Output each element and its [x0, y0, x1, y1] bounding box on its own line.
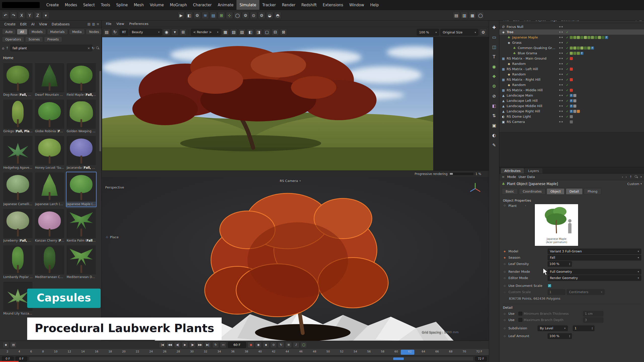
asset-plant-card[interactable]: Field Maple (Fall, Plant) [66, 62, 97, 98]
place-tool-label[interactable]: ⊹Place [106, 235, 118, 239]
texture-chip[interactable] [570, 78, 573, 81]
object-row[interactable]: ∅ Focus Null ✓ [499, 24, 644, 29]
quad-view-icon[interactable]: ▨ [238, 29, 246, 36]
render-view-menu-item[interactable]: View [114, 22, 127, 26]
texture-chip[interactable]: F [570, 94, 573, 97]
magnet-tool-icon[interactable]: ⊙ [250, 12, 257, 19]
menu-item[interactable]: Modes [62, 0, 80, 10]
asset-plant-card[interactable]: Golden Weeping Willow (Fall, Plant) [66, 99, 97, 134]
filter-chip[interactable]: Auto [2, 29, 16, 35]
enabled-check-icon[interactable]: ✓ [565, 46, 570, 50]
plant-preview-thumbnail[interactable]: Japanese Maple (Acer palmatum) [535, 204, 578, 246]
asset-menu-item[interactable]: Databases [49, 22, 72, 26]
display-mode-icon[interactable]: ◐ [490, 131, 498, 139]
object-label[interactable]: RS Matrix - Main Ground [506, 57, 546, 60]
dual-view-icon[interactable]: ▧ [230, 29, 237, 36]
menu-item[interactable]: Tracker [259, 0, 279, 10]
texture-chip[interactable] [584, 47, 587, 50]
visibility-dots[interactable] [557, 100, 565, 101]
enabled-check-icon[interactable]: ✓ [565, 104, 570, 108]
texture-chip[interactable] [587, 36, 590, 39]
panel-tab[interactable]: Layers [525, 168, 542, 173]
redo-icon[interactable]: ↷ [10, 12, 17, 19]
workplane-icon[interactable]: ◒ [266, 12, 273, 19]
menu-item[interactable]: Help [367, 0, 382, 10]
layout-standard-icon[interactable]: ▤ [453, 12, 460, 19]
asset-menu-item[interactable]: Edit [18, 22, 29, 26]
filter-chip[interactable]: Media [69, 29, 85, 35]
object-row[interactable]: ▲ Landscape Right Hill ✓ F [499, 109, 644, 114]
object-row[interactable]: ◆ Random ✓ [499, 82, 644, 87]
menu-item[interactable]: Animate [215, 0, 236, 10]
menu-item[interactable]: Window [346, 0, 367, 10]
object-row[interactable]: ◐ RS Dome Light ✓ [499, 114, 644, 119]
texture-chip[interactable] [570, 120, 573, 123]
close-region-icon[interactable]: ⊠ [280, 29, 287, 36]
up-icon[interactable]: ↑ [629, 175, 632, 179]
texture-chip[interactable] [584, 36, 587, 39]
rt-toggle[interactable]: RT [120, 29, 128, 35]
texture-chip[interactable] [570, 52, 573, 55]
timeline-ruler[interactable]: 2468101214161820222426283032343638404244… [0, 349, 489, 355]
range-mode-button[interactable]: ▭ [220, 342, 226, 348]
view-list-icon[interactable]: ▥ [92, 22, 95, 26]
visibility-dots[interactable] [557, 31, 565, 33]
enabled-check-icon[interactable]: ✓ [565, 36, 570, 39]
simulate-icon[interactable]: ≋ [202, 12, 209, 19]
object-label[interactable]: Random [511, 72, 526, 76]
object-row[interactable]: ◆ Random ✓ [499, 61, 644, 66]
object-row[interactable]: ◈ Grass ✓ [499, 40, 644, 45]
range-end-field[interactable]: 72 F [475, 356, 487, 361]
visibility-dots[interactable] [557, 84, 565, 85]
sound-toggle[interactable]: ♪ [293, 342, 299, 348]
goto-end-button[interactable]: ▶| [204, 342, 211, 348]
render-settings-button[interactable]: ⚙ [194, 12, 201, 19]
texture-chip[interactable] [573, 47, 576, 50]
asset-plant-card[interactable]: Juneberry (Fall, Plant) [3, 208, 33, 244]
clear-search-icon[interactable]: × [87, 46, 90, 50]
asset-plant-card[interactable]: Japanese Larch (Fall, Plant) [34, 172, 65, 207]
texture-chip[interactable]: F [570, 105, 573, 108]
perspective-viewport[interactable]: Perspective RS Camera▾ ⊹Place Grid Spaci… [102, 177, 489, 341]
texture-chip[interactable] [570, 115, 573, 118]
keyframe-dot-icon[interactable]: ◇ [502, 319, 507, 321]
menu-item[interactable]: Redshift [298, 0, 320, 10]
texture-chip[interactable] [577, 52, 580, 55]
up-folder-icon[interactable]: ↑ [6, 46, 9, 50]
object-row[interactable]: ▣ RS Camera ✓ [499, 119, 644, 124]
object-label[interactable]: Blue Grama [517, 51, 537, 55]
season-select[interactable]: Fall▾ [548, 255, 641, 260]
render-view-menu-item[interactable]: File [104, 22, 114, 26]
spinner-icon[interactable]: ▴▾ [569, 262, 570, 265]
next-key-button[interactable]: ▶▶ [197, 342, 203, 348]
axis-menu-icon[interactable]: ▾ [42, 12, 49, 19]
texture-chip[interactable] [573, 110, 576, 113]
x-axis-lock-button[interactable]: X [18, 12, 25, 19]
menu-item[interactable]: Spline [113, 0, 131, 10]
object-label[interactable]: Random [511, 83, 526, 87]
texture-chip[interactable]: F [605, 36, 608, 39]
modeling-settings-icon[interactable]: ⚙ [242, 12, 249, 19]
play-button[interactable]: ▶ [182, 342, 188, 348]
prev-key-button[interactable]: ◀◀ [167, 342, 173, 348]
section-tab[interactable]: Phong [584, 188, 601, 195]
visibility-dots[interactable] [557, 26, 565, 27]
object-label[interactable]: RS Matrix - Middle Hill [506, 88, 543, 92]
menu-item[interactable]: Volume [147, 0, 167, 10]
asset-plant-card[interactable]: Dog-Rose (Fall, Plant) [3, 62, 33, 98]
history-icon[interactable]: ↻ [111, 29, 118, 36]
axis-swap-icon[interactable]: ⇅ [490, 112, 498, 119]
visibility-dots[interactable] [557, 58, 565, 59]
object-row[interactable]: ♣ Japanese Maple ✓ F [499, 35, 644, 40]
view-grid-icon[interactable]: ▤ [88, 22, 91, 26]
visibility-dots[interactable] [557, 37, 565, 38]
texture-chip[interactable] [573, 36, 576, 39]
keyframe-dot-icon[interactable]: ◇ [502, 335, 507, 337]
scope-chip[interactable]: Scenes [25, 36, 43, 42]
section-tab[interactable]: Detail [566, 188, 583, 195]
axis-gizmo[interactable] [468, 182, 482, 196]
current-frame-field[interactable]: 60 F [228, 342, 246, 348]
hamburger-icon[interactable]: ≡ [502, 175, 505, 179]
zoom-select[interactable]: 100 %▾ [417, 29, 439, 35]
object-row[interactable]: ♣ Common Quaking Grass ✓ F [499, 45, 644, 51]
